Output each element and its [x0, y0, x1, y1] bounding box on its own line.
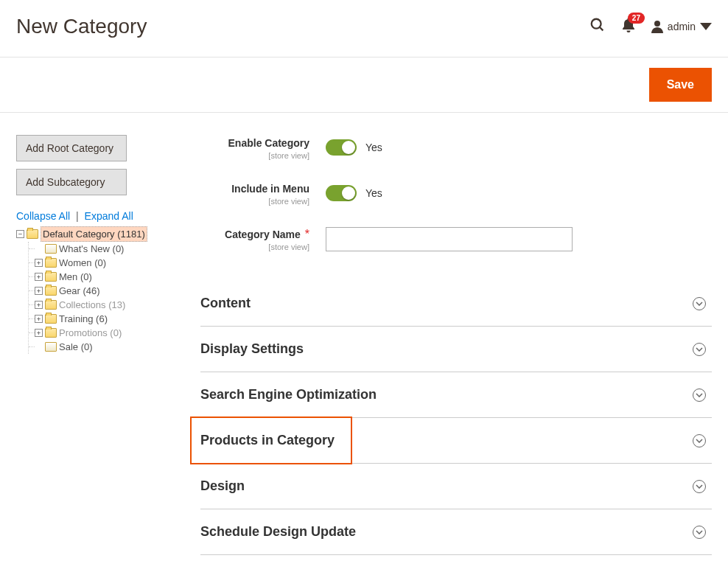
tree-node[interactable]: What's New (0) — [35, 242, 186, 256]
section-design[interactable]: Design — [200, 464, 712, 509]
tree-label: Promotions (0) — [59, 326, 122, 340]
expand-icon[interactable]: + — [35, 315, 43, 323]
expand-icon[interactable]: + — [35, 329, 43, 337]
add-subcategory-button[interactable]: Add Subcategory — [16, 169, 127, 195]
notification-badge: 27 — [628, 13, 645, 24]
tree-node-root[interactable]: − Default Category (1181) — [16, 226, 186, 242]
expand-icon[interactable]: + — [35, 301, 43, 309]
folder-icon — [45, 272, 57, 282]
folder-icon — [45, 342, 57, 352]
folder-icon — [45, 300, 57, 310]
enable-category-label: Enable Category — [228, 137, 309, 149]
section-title: Products in Category — [200, 433, 693, 448]
tree-node[interactable]: +Promotions (0) — [35, 326, 186, 340]
svg-point-0 — [592, 19, 601, 29]
chevron-down-icon — [693, 526, 706, 539]
tree-label: Men (0) — [59, 270, 92, 284]
toggle-value: Yes — [365, 187, 382, 199]
scope-label: [store view] — [200, 197, 309, 206]
include-menu-label: Include in Menu — [231, 183, 309, 195]
section-title: Design — [200, 478, 693, 494]
tree-node[interactable]: +Gear (46) — [35, 284, 186, 298]
user-icon — [651, 20, 663, 33]
chevron-down-icon — [693, 343, 706, 356]
svg-line-1 — [600, 27, 603, 31]
expand-icon[interactable]: + — [35, 259, 43, 267]
folder-icon — [45, 258, 57, 268]
admin-user-menu[interactable]: admin — [651, 20, 712, 33]
folder-icon — [45, 286, 57, 296]
toggle-value: Yes — [365, 142, 382, 153]
tree-label: Training (6) — [59, 312, 108, 326]
add-root-category-button[interactable]: Add Root Category — [16, 135, 127, 161]
category-name-input[interactable] — [326, 227, 573, 251]
tree-label: Default Category (1181) — [41, 226, 147, 242]
section-title: Schedule Design Update — [200, 524, 693, 540]
chevron-down-icon — [693, 388, 706, 402]
include-menu-toggle[interactable] — [326, 185, 357, 201]
notifications-icon[interactable]: 27 — [622, 18, 635, 35]
tree-node[interactable]: +Women (0) — [35, 256, 186, 270]
tree-label: Sale (0) — [59, 340, 93, 354]
section-content[interactable]: Content — [200, 281, 712, 327]
category-name-label: Category Name — [225, 229, 301, 240]
folder-icon — [45, 314, 57, 324]
collapse-icon[interactable]: − — [16, 230, 24, 238]
section-schedule-design-update[interactable]: Schedule Design Update — [200, 509, 712, 555]
expand-icon[interactable]: + — [35, 287, 43, 295]
folder-icon — [27, 229, 38, 239]
tree-node[interactable]: +Men (0) — [35, 270, 186, 284]
scope-label: [store view] — [200, 151, 309, 160]
category-tree: − Default Category (1181) What's New (0)… — [16, 226, 186, 354]
section-display-settings[interactable]: Display Settings — [200, 327, 712, 372]
save-button[interactable]: Save — [649, 68, 712, 102]
page-title: New Category — [16, 15, 589, 38]
folder-icon — [45, 328, 57, 338]
section-title: Display Settings — [200, 341, 693, 357]
expand-all-link[interactable]: Expand All — [85, 210, 133, 222]
tree-label: Collections (13) — [59, 298, 125, 312]
section-title: Content — [200, 296, 693, 311]
search-icon[interactable] — [589, 17, 606, 36]
tree-node[interactable]: Sale (0) — [35, 340, 186, 354]
chevron-down-icon — [693, 480, 706, 493]
tree-label: What's New (0) — [59, 242, 124, 256]
chevron-down-icon — [700, 20, 712, 33]
tree-spacer — [35, 343, 43, 351]
scope-label: [store view] — [200, 243, 309, 251]
tree-node[interactable]: +Collections (13) — [35, 298, 186, 312]
chevron-down-icon — [693, 297, 706, 310]
chevron-down-icon — [693, 434, 706, 447]
tree-node[interactable]: +Training (6) — [35, 312, 186, 326]
tree-spacer — [35, 245, 43, 253]
section-products-in-category[interactable]: Products in Category — [200, 418, 712, 464]
folder-icon — [45, 244, 57, 254]
section-title: Search Engine Optimization — [200, 387, 693, 402]
expand-icon[interactable]: + — [35, 273, 43, 281]
required-mark: * — [305, 228, 309, 240]
svg-point-2 — [654, 21, 660, 27]
admin-user-label: admin — [668, 21, 696, 32]
enable-category-toggle[interactable] — [326, 139, 357, 156]
section-search-engine-optimization[interactable]: Search Engine Optimization — [200, 372, 712, 418]
collapse-all-link[interactable]: Collapse All — [16, 210, 70, 222]
tree-label: Gear (46) — [59, 284, 100, 298]
tree-label: Women (0) — [59, 256, 106, 270]
